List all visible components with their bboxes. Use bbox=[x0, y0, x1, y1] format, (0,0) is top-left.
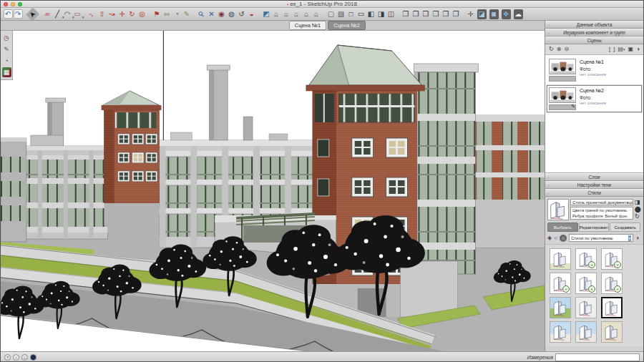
previous-view-icon[interactable]: ↺ bbox=[237, 9, 246, 19]
geolocation-icon[interactable] bbox=[30, 354, 36, 361]
Сцена №1[interactable]: Сцена №1 Фото: нет описания bbox=[547, 57, 642, 84]
section-header-styles[interactable]: ○ Стили bbox=[545, 189, 643, 197]
remove-scene-icon[interactable]: ⊖ bbox=[564, 47, 569, 52]
textured-style-icon[interactable]: ◨ bbox=[376, 9, 386, 19]
left-view-icon[interactable]: ⌂ bbox=[312, 9, 321, 19]
section-header-scenes[interactable]: ○ Сцены bbox=[545, 36, 643, 44]
section-cuts-toggle-icon[interactable]: ◙ bbox=[489, 9, 499, 19]
select-tool-icon[interactable]: ➤ bbox=[26, 8, 39, 21]
arc-tool-icon[interactable]: ◠ bbox=[63, 9, 72, 19]
style-badge-icon[interactable]: ◨ bbox=[635, 200, 641, 205]
section-header-layers[interactable]: ○ Слои bbox=[545, 173, 643, 181]
move-tool-icon[interactable]: ✛ bbox=[117, 9, 127, 19]
tape-measure-tool-icon[interactable]: ∾ bbox=[162, 9, 172, 19]
text-tool-icon[interactable]: ✎ bbox=[182, 9, 192, 19]
position-camera-icon[interactable]: ◒ bbox=[247, 9, 256, 19]
styles-collection-dropdown[interactable]: Стили по умолчанию ▾ bbox=[569, 234, 633, 242]
push-pull-tool-icon[interactable]: ⇧ bbox=[97, 9, 107, 19]
style-thumb-pencil-3[interactable] bbox=[601, 273, 623, 294]
materials-picker-icon[interactable]: ▦ bbox=[2, 67, 11, 77]
scene-visibility-icon[interactable]: ◑ bbox=[636, 47, 640, 52]
tab-scene-2[interactable]: Сцена №2 bbox=[328, 21, 365, 30]
styles-tab-create[interactable]: Создавать bbox=[610, 222, 640, 232]
top-view-icon[interactable]: ⌂ bbox=[272, 9, 281, 19]
edit-component-icon[interactable]: ❒ bbox=[421, 9, 431, 19]
style-thumb-default[interactable] bbox=[550, 248, 571, 270]
rotate-tool-icon[interactable]: ↻ bbox=[127, 9, 137, 19]
style-thumb-sketchy[interactable] bbox=[575, 248, 597, 270]
style-description-field[interactable]: Цвета граней по умолчанию. Ребра профиля… bbox=[570, 207, 633, 220]
section-header-object-data[interactable]: ○ Данные объекта bbox=[545, 21, 643, 29]
follow-me-tool-icon[interactable]: ↝ bbox=[107, 9, 117, 19]
section-header-hierarchy[interactable]: ○ Иерархия компонент и групп bbox=[545, 29, 643, 36]
style-detail-icon[interactable]: ◑ bbox=[635, 235, 639, 241]
model-viewport[interactable]: ◷✎◔▦ bbox=[1, 31, 545, 351]
protractor-tool-icon[interactable]: ◔ bbox=[172, 9, 182, 19]
measurements-input[interactable] bbox=[555, 353, 640, 361]
style-name-field[interactable]: Стиль проектной документации bbox=[570, 199, 633, 205]
make-component-icon[interactable]: ❒ bbox=[401, 9, 411, 19]
rectangle-tool-icon[interactable]: ▭ bbox=[73, 9, 82, 19]
scene-photo-slot[interactable] bbox=[549, 76, 576, 82]
wireframe-style-icon[interactable]: □ bbox=[346, 9, 356, 19]
pan-tool-icon[interactable]: ◍ bbox=[227, 9, 236, 19]
right-view-icon[interactable]: ⌂ bbox=[292, 9, 301, 19]
style-thumb-document[interactable] bbox=[601, 297, 623, 318]
Сцена №2[interactable]: Сцена №2 Фото: нет описания bbox=[547, 85, 642, 112]
axes-display-icon[interactable]: ✛ bbox=[466, 9, 475, 19]
scene-lock-icon[interactable]: ▣ bbox=[628, 47, 634, 52]
shadows-toggle-icon[interactable]: ☁ bbox=[514, 9, 523, 19]
outer-shell-icon[interactable]: ❐ bbox=[452, 9, 461, 19]
style-thumb-pale[interactable] bbox=[575, 297, 597, 318]
style-thumb-sky-1[interactable] bbox=[550, 321, 571, 343]
xray-style-icon[interactable]: ▢ bbox=[326, 9, 336, 19]
front-view-icon[interactable]: ⌂ bbox=[282, 9, 291, 19]
shadow-clock-icon[interactable]: ◷ bbox=[2, 33, 11, 43]
view-options-icon[interactable]: ▤ bbox=[618, 47, 625, 52]
styles-tab-edit[interactable]: Редактировать bbox=[579, 222, 610, 232]
style-nav-back-icon[interactable]: ◈ bbox=[547, 235, 552, 241]
section-header-shadow-settings[interactable]: ○ Настройки тени bbox=[545, 181, 643, 189]
style-thumb-marker[interactable] bbox=[601, 248, 623, 270]
monochrome-style-icon[interactable]: ◫ bbox=[386, 9, 396, 19]
style-drop-icon[interactable]: ⬤ bbox=[635, 207, 641, 212]
scene-photo-slot[interactable] bbox=[549, 104, 576, 110]
info-icon[interactable]: i bbox=[13, 354, 19, 361]
orbit-tool-icon[interactable]: ◉ bbox=[217, 9, 226, 19]
styles-tab-select[interactable]: Выбрать bbox=[547, 222, 578, 232]
component-browser-icon[interactable]: ❐ bbox=[431, 9, 441, 19]
section-fill-toggle-icon[interactable]: ❖ bbox=[502, 9, 511, 19]
section-plane-toggle-icon[interactable]: ◪ bbox=[477, 9, 487, 19]
zoom-extents-icon[interactable]: ✕ bbox=[207, 9, 216, 19]
move-scene-up-icon[interactable]: [ bbox=[609, 47, 610, 52]
back-edges-style-icon[interactable]: ▨ bbox=[336, 9, 346, 19]
help-icon[interactable]: ? bbox=[4, 354, 11, 361]
solid-tools-icon[interactable]: ❒ bbox=[441, 9, 451, 19]
redo-icon[interactable]: ↷ bbox=[14, 9, 23, 19]
move-scene-down-icon[interactable]: ] bbox=[613, 47, 615, 52]
shaded-style-icon[interactable]: ◧ bbox=[366, 9, 376, 19]
offset-tool-icon[interactable]: ◎ bbox=[137, 9, 147, 19]
style-refresh-icon[interactable]: ↻ bbox=[635, 214, 641, 220]
style-thumb-sky-ground[interactable] bbox=[550, 297, 571, 318]
style-home-icon[interactable]: ⌂ bbox=[560, 235, 567, 242]
update-scene-icon[interactable]: ↻ bbox=[549, 47, 554, 52]
eraser-tool-icon[interactable]: ▰ bbox=[43, 9, 52, 19]
component-options-icon[interactable]: ❐ bbox=[411, 9, 421, 19]
style-thumb-pencil-2[interactable] bbox=[575, 273, 597, 294]
style-thumb-sky-2[interactable] bbox=[575, 321, 597, 343]
add-scene-icon[interactable]: ⊕ bbox=[557, 47, 562, 52]
iso-view-icon[interactable]: ◩ bbox=[262, 9, 271, 19]
undo-icon[interactable]: ↶ bbox=[4, 9, 13, 19]
sketch-angle-icon[interactable]: ✎ bbox=[2, 44, 11, 54]
line-tool-icon[interactable]: ╱ bbox=[53, 9, 62, 19]
style-nav-forward-icon[interactable]: ○ bbox=[554, 235, 557, 241]
style-thumb-beige[interactable] bbox=[601, 321, 623, 343]
back-view-icon[interactable]: ⌂ bbox=[302, 9, 311, 19]
style-thumb-pencil-1[interactable] bbox=[550, 273, 571, 294]
tab-scene-1[interactable]: Сцена №1 bbox=[289, 21, 326, 30]
user-icon[interactable]: ☺ bbox=[21, 354, 28, 361]
hidden-line-style-icon[interactable]: ▭ bbox=[356, 9, 366, 19]
axes-tool-icon[interactable]: ⚑ bbox=[152, 9, 162, 19]
speed-dial-icon[interactable]: ◔ bbox=[2, 56, 11, 66]
